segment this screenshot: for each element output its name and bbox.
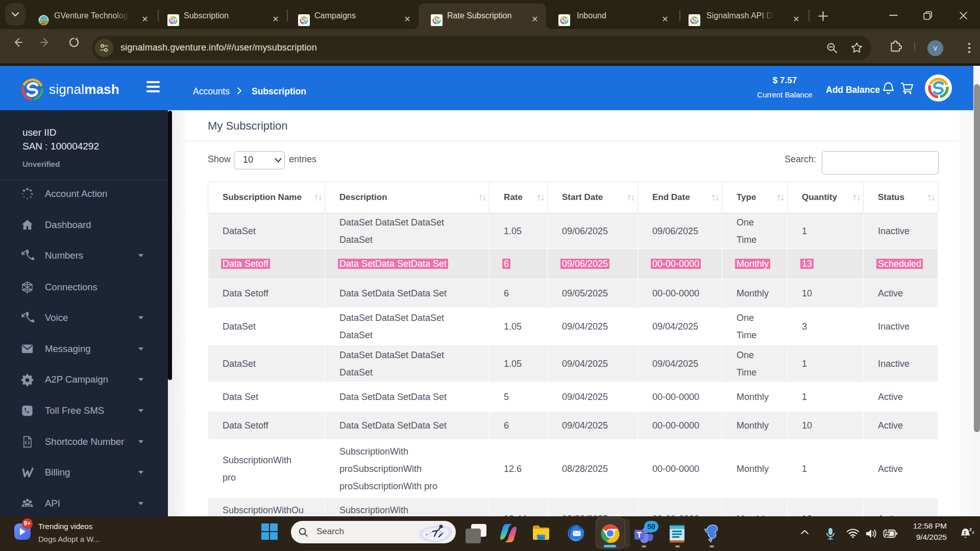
svg-text:z: z — [972, 530, 974, 535]
svg-text:z: z — [969, 527, 972, 532]
svg-text:z: z — [964, 530, 966, 535]
